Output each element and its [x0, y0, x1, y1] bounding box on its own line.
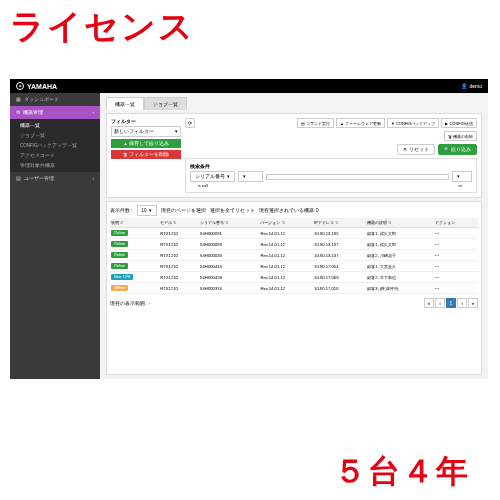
- device-delete-button[interactable]: 🗑機器の削除: [444, 131, 477, 141]
- subnav-device-list[interactable]: 機器一覧: [20, 122, 100, 129]
- cell-action[interactable]: ⋯: [434, 261, 478, 272]
- config-backup-button[interactable]: ▼CONFIGバックアップ: [387, 118, 440, 128]
- col-ip[interactable]: IPアドレス ⇅: [313, 218, 366, 228]
- cell-desc: 顧客1, 大宮圭介: [366, 261, 433, 272]
- cmd-exec-button[interactable]: ▤コマンド実行: [297, 118, 334, 128]
- sidebar-item-users[interactable]: ▤ ユーザー管理 ›: [10, 172, 100, 185]
- selection-info: 現在選択されている機器: 0: [259, 208, 319, 213]
- apply-button[interactable]: 🔍 絞り込み: [438, 144, 477, 155]
- cell-serial: S4H000428: [199, 272, 260, 283]
- topbar: ⊛ YAMAHA 👤 demo: [10, 79, 488, 93]
- table-row[interactable]: OnlineRTX1210S4H000091Rev.14.01.1210.90.…: [110, 228, 478, 239]
- trash-icon: 🗑: [123, 152, 128, 157]
- search-join-select[interactable]: ▾: [452, 171, 472, 182]
- chevron-down-icon: ▾: [243, 174, 246, 179]
- table-row[interactable]: New CPERTX1210S4H000428Rev.14.01.1210.90…: [110, 272, 478, 283]
- search-op-select[interactable]: ▾: [238, 171, 263, 182]
- gear-icon: ⚙: [16, 110, 20, 115]
- status-badge: Online: [111, 241, 128, 247]
- search-field-select[interactable]: シリアル番号▾: [190, 171, 235, 182]
- status-badge: Online: [111, 252, 128, 258]
- pager-next[interactable]: ›: [457, 298, 467, 308]
- chevron-left-icon: ‹: [93, 110, 95, 115]
- table-row[interactable]: OnlineRTX1210S4H000413Rev.14.01.1210.90.…: [110, 261, 478, 272]
- table-row[interactable]: OnlineRTX1210S4H000033Rev.14.01.1210.90.…: [110, 250, 478, 261]
- cell-action[interactable]: ⋯: [434, 272, 478, 283]
- filter-box: フィルター 新しいフィルター ▾ ▲ 保存して絞り込み 🗑 フィルターを削除: [111, 118, 181, 193]
- page-size-select[interactable]: 10▾: [137, 205, 157, 216]
- sort-icon: ⇅: [388, 221, 391, 225]
- cell-model: RTX1210: [159, 228, 199, 239]
- user-menu[interactable]: 👤 demo: [461, 83, 482, 89]
- cell-serial: S4H000091: [199, 228, 260, 239]
- filter-title: フィルター: [111, 118, 181, 124]
- filter-delete-button[interactable]: 🗑 フィルターを削除: [111, 150, 181, 159]
- pager-info: 現在の表示範囲 : -: [110, 301, 150, 306]
- filter-panel: フィルター 新しいフィルター ▾ ▲ 保存して絞り込み 🗑 フィルターを削除: [106, 113, 482, 198]
- select-value: 10: [142, 208, 147, 213]
- cell-version: Rev.14.01.12: [259, 261, 313, 272]
- col-desc[interactable]: 機器の説明 ⇅: [366, 218, 433, 228]
- cell-desc: 顧客2, 木下和也: [366, 272, 433, 283]
- reload-button[interactable]: ⟳: [185, 118, 195, 128]
- count-label: 表示件数 :: [110, 208, 133, 213]
- clear-selection-link[interactable]: 選択を全てリセット: [210, 208, 255, 213]
- subnav-job-list[interactable]: ジョブ一覧: [20, 132, 100, 139]
- subnav-config-backup[interactable]: CONFIGバックアップ一覧: [20, 142, 100, 149]
- sidebar-item-dashboard[interactable]: ▦ ダッシュボード: [10, 93, 100, 106]
- tab-job-list[interactable]: ジョブ一覧: [144, 97, 187, 110]
- subnav-unmanaged[interactable]: 管理対象外機器: [20, 162, 100, 169]
- select-page-link[interactable]: 現在のページを選択: [161, 208, 206, 213]
- cell-version: Rev.14.01.12: [259, 228, 313, 239]
- cell-action[interactable]: ⋯: [434, 228, 478, 239]
- cell-action[interactable]: ⋯: [434, 283, 478, 294]
- col-status[interactable]: 状態 ⇵: [110, 218, 159, 228]
- filter-save-button[interactable]: ▲ 保存して絞り込み: [111, 139, 181, 148]
- pager: 現在の表示範囲 : - « ‹ 1 › »: [110, 296, 478, 308]
- config-send-button[interactable]: ▶CONFIG送信: [441, 118, 477, 128]
- search-value-input[interactable]: [266, 174, 449, 180]
- table-row[interactable]: OfflineRTX1210S4H000374Rev.14.01.1210.90…: [110, 283, 478, 294]
- search-box: 検索条件 シリアル番号▾ ▾ ▾ is null or: [185, 158, 477, 193]
- sidebar-item-label: ユーザー管理: [24, 176, 54, 181]
- hint-or: or: [459, 184, 462, 188]
- search-icon: 🔍: [444, 147, 450, 152]
- cell-desc: 顧客3, (株)田中社: [366, 283, 433, 294]
- search-title: 検索条件: [190, 163, 472, 169]
- reset-button[interactable]: ✕ リセット: [397, 144, 434, 155]
- list-icon: ▤: [301, 121, 305, 126]
- upload-icon: ▶: [445, 121, 448, 126]
- tabs: 機器一覧 ジョブ一覧: [106, 97, 482, 110]
- users-icon: ▤: [16, 176, 21, 181]
- col-version[interactable]: バージョン ⇅: [259, 218, 313, 228]
- cell-action[interactable]: ⋯: [434, 239, 478, 250]
- select-label: シリアル番号: [195, 174, 225, 179]
- button-label: CONFIG送信: [449, 121, 473, 126]
- firmware-button[interactable]: ▲ファームウェア更新: [336, 118, 385, 128]
- col-serial[interactable]: シリアル番号 ⇅: [199, 218, 260, 228]
- pager-last[interactable]: »: [468, 298, 478, 308]
- pager-first[interactable]: «: [424, 298, 434, 308]
- col-model[interactable]: モデル ⇅: [159, 218, 199, 228]
- cell-model: RTX1210: [159, 250, 199, 261]
- sidebar: ▦ ダッシュボード ⚙ 機器管理 ‹ 機器一覧 ジョブ一覧 CONFIGバックア…: [10, 93, 100, 379]
- status-badge: Online: [111, 263, 128, 269]
- overlay-title-top: ライセンス: [0, 0, 500, 54]
- cell-model: RTX1210: [159, 272, 199, 283]
- table-row[interactable]: OnlineRTX1210S4H000093Rev.14.01.1210.90.…: [110, 239, 478, 250]
- tab-device-list[interactable]: 機器一覧: [106, 97, 144, 110]
- pager-page-1[interactable]: 1: [446, 298, 456, 308]
- cell-version: Rev.14.01.12: [259, 272, 313, 283]
- filter-select[interactable]: 新しいフィルター ▾: [111, 126, 181, 137]
- button-label: 機器の削除: [453, 134, 473, 139]
- subnav-access-code[interactable]: アクセスコード: [20, 152, 100, 159]
- pager-prev[interactable]: ‹: [435, 298, 445, 308]
- button-label: 絞り込み: [451, 147, 471, 152]
- cell-serial: S4H000374: [199, 283, 260, 294]
- sidebar-item-devices[interactable]: ⚙ 機器管理 ‹: [10, 106, 100, 119]
- cell-model: RTX1210: [159, 283, 199, 294]
- status-badge: New CPE: [111, 274, 133, 280]
- cell-action[interactable]: ⋯: [434, 250, 478, 261]
- device-table: 状態 ⇵ モデル ⇅ シリアル番号 ⇅ バージョン ⇅ IPアドレス ⇅ 機器の…: [110, 218, 478, 294]
- cell-ip: 10.90.13.137: [313, 250, 366, 261]
